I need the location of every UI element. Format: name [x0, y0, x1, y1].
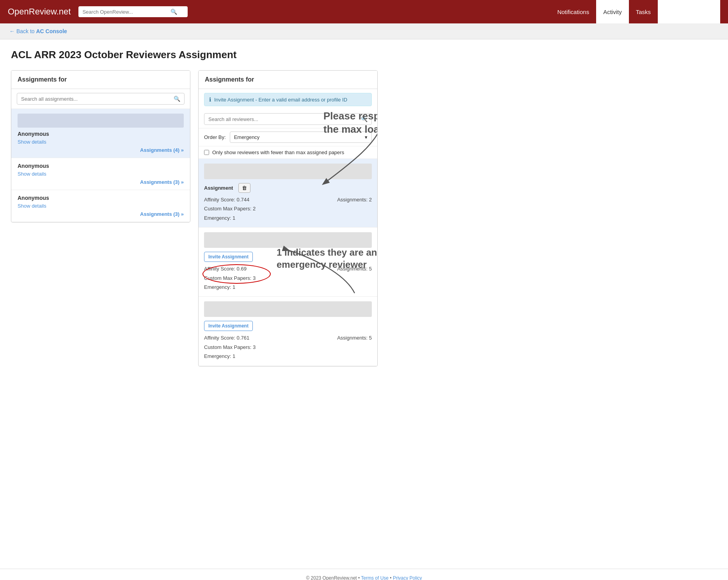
left-panel: Assignments for 🔍 Anonymous Show details… [11, 70, 190, 222]
order-by-select[interactable]: Emergency ▾ [230, 132, 372, 143]
reviewer-avatar-placeholder-1 [18, 114, 184, 128]
nav-notifications-label: Notifications [557, 9, 589, 15]
max-papers-checkbox-row: Only show reviewers with fewer than max … [199, 146, 377, 159]
show-details-link-2[interactable]: Show details [18, 171, 46, 177]
left-assignment-item-2: Anonymous Show details Assignments (3) » [11, 158, 190, 190]
assignments-count-link-3[interactable]: Assignments (3) » [18, 211, 184, 217]
reviewer-name-1: Anonymous [18, 131, 184, 137]
card-stats-2: Affinity Score: 0.69 Assignments: 5 Cust… [204, 264, 372, 292]
back-link-label: AC Console [36, 28, 67, 34]
card-stats-1: Affinity Score: 0.744 Assignments: 2 Cus… [204, 195, 372, 222]
back-to-console-link[interactable]: ← Back to AC Console [9, 28, 67, 34]
logo-normal: .net [57, 7, 71, 16]
delete-assignment-button-1[interactable]: 🗑 [238, 183, 250, 193]
footer-terms-link[interactable]: Terms of Use [361, 575, 389, 580]
right-panel-header: Assignments for [199, 71, 377, 89]
global-search-bar: 🔍 [78, 6, 188, 17]
assignments-count-link-1[interactable]: Assignments (4) » [18, 147, 184, 153]
info-text: Invite Assignment - Enter a valid email … [214, 97, 347, 103]
reviewer-name-placeholder-1 [204, 164, 372, 179]
reviewer-name-2: Anonymous [18, 163, 184, 169]
reviewer-search-input[interactable] [208, 116, 359, 122]
user-area[interactable] [658, 0, 720, 23]
global-search-input[interactable] [82, 9, 168, 15]
show-details-link-3[interactable]: Show details [18, 203, 46, 209]
custom-max-papers-3: Custom Max Papers: 3 [204, 343, 372, 352]
left-panel-header: Assignments for [11, 71, 190, 89]
reviewer-card-1: Assignment 🗑 Affinity Score: 0.744 Assig… [199, 159, 377, 228]
info-icon: ℹ [209, 96, 211, 103]
nav-tasks[interactable]: Tasks [629, 0, 658, 23]
affinity-score-3: Affinity Score: 0.761 [204, 333, 249, 342]
affinity-score-2: Affinity Score: 0.69 [204, 264, 247, 273]
assignments-count-right-1: Assignments: 2 [337, 195, 372, 204]
header-nav: Notifications Activity Tasks [550, 0, 720, 23]
right-panel: Assignments for ℹ Invite Assignment - En… [198, 70, 378, 367]
reviewer-name-placeholder-2 [204, 232, 372, 248]
global-search-icon: 🔍 [170, 9, 177, 15]
assignments-count-link-2[interactable]: Assignments (3) » [18, 179, 184, 185]
assignment-label-1: Assignment 🗑 [204, 183, 250, 193]
footer-copyright: © 2023 OpenReview.net [306, 575, 357, 580]
back-arrow-icon: ← [9, 28, 15, 34]
back-link-prefix: Back to [16, 28, 36, 34]
custom-max-papers-2: Custom Max Papers: 3 [204, 274, 372, 283]
invite-assignment-button-1[interactable]: Invite Assignment [204, 252, 253, 262]
footer-separator-2: • [390, 575, 391, 580]
card-stats-row-affinity-1: Affinity Score: 0.744 Assignments: 2 [204, 195, 372, 204]
chevron-down-icon: ▾ [365, 134, 368, 140]
nav-notifications[interactable]: Notifications [550, 0, 596, 23]
order-by-value: Emergency [234, 134, 260, 140]
card-stats-row-affinity-3: Affinity Score: 0.761 Assignments: 5 [204, 333, 372, 342]
reviewer-name-3: Anonymous [18, 195, 184, 201]
reviewer-card-3: Invite Assignment Affinity Score: 0.761 … [199, 297, 377, 366]
info-banner: ℹ Invite Assignment - Enter a valid emai… [204, 93, 372, 106]
reviewer-search-row: 🔍 [199, 110, 377, 128]
page-title: ACL ARR 2023 October Reviewers Assignmen… [11, 49, 717, 61]
card-stats-3: Affinity Score: 0.761 Assignments: 5 Cus… [204, 333, 372, 361]
nav-activity-label: Activity [603, 9, 622, 15]
reviewer-name-placeholder-3 [204, 301, 372, 317]
emergency-3: Emergency: 1 [204, 352, 372, 361]
left-assignment-item-3: Anonymous Show details Assignments (3) » [11, 190, 190, 222]
emergency-2: Emergency: 1 [204, 283, 372, 292]
reviewer-search-bar: 🔍 [204, 113, 372, 125]
left-search-bar: 🔍 [17, 93, 185, 105]
invite-assignment-button-2[interactable]: Invite Assignment [204, 321, 253, 331]
logo: OpenReview.net [8, 7, 71, 17]
nav-tasks-label: Tasks [636, 9, 651, 15]
reviewer-search-icon: 🔍 [361, 116, 368, 122]
show-details-link-1[interactable]: Show details [18, 139, 46, 145]
nav-activity[interactable]: Activity [596, 0, 629, 23]
left-search-icon: 🔍 [174, 96, 180, 102]
emergency-1: Emergency: 1 [204, 213, 372, 222]
footer-privacy-link[interactable]: Privacy Policy [393, 575, 422, 580]
max-papers-label: Only show reviewers with fewer than max … [212, 149, 344, 155]
affinity-score-1: Affinity Score: 0.744 [204, 195, 249, 204]
order-by-label: Order By: [204, 134, 226, 140]
footer-separator-1: • [358, 575, 360, 580]
order-by-row: Order By: Emergency ▾ [199, 128, 377, 146]
main-content: ACL ARR 2023 October Reviewers Assignmen… [0, 39, 728, 569]
reviewer-card-2: Invite Assignment Affinity Score: 0.69 A… [199, 228, 377, 297]
footer: © 2023 OpenReview.net • Terms of Use • P… [0, 569, 728, 580]
max-papers-checkbox[interactable] [204, 150, 209, 155]
back-link-bar: ← Back to AC Console [0, 23, 728, 39]
custom-max-papers-1: Custom Max Papers: 2 [204, 204, 372, 213]
header: OpenReview.net 🔍 Notifications Activity … [0, 0, 728, 23]
panels-container: Assignments for 🔍 Anonymous Show details… [11, 70, 717, 367]
assignments-count-right-3: Assignments: 5 [337, 333, 372, 342]
left-panel-search: 🔍 [11, 89, 190, 109]
assignments-count-right-2: Assignments: 5 [337, 264, 372, 273]
logo-bold: OpenReview [8, 7, 57, 16]
card-stats-row-affinity-2: Affinity Score: 0.69 Assignments: 5 [204, 264, 372, 273]
left-search-input[interactable] [21, 96, 171, 102]
left-assignment-item-1: Anonymous Show details Assignments (4) » [11, 109, 190, 158]
